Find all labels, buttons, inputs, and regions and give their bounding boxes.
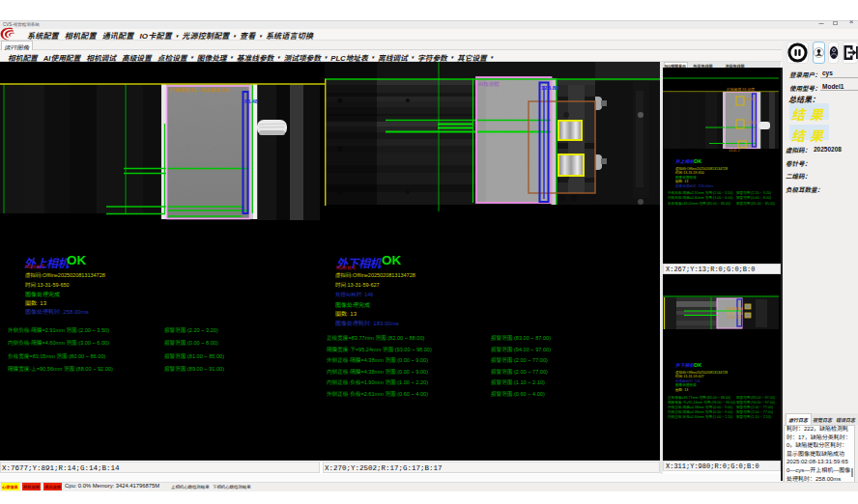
svg-text:报警范围:(1.10 ~ 2.10): 报警范围:(1.10 ~ 2.10)	[736, 414, 771, 419]
svg-text:虚拟码:Offline2025020813134728: 虚拟码:Offline2025020813134728	[675, 370, 728, 375]
svg-text:OK: OK	[694, 362, 701, 368]
svg-text:图像处理完成: 图像处理完成	[675, 175, 697, 180]
svg-text:时间:13-31-59-627: 时间:13-31-59-627	[675, 375, 704, 378]
svg-text:圈数: 13: 圈数: 13	[675, 387, 688, 392]
svg-text:123.80 8:4: 123.80 8:4	[727, 307, 743, 311]
svg-text:报警范围:(81.00 ~ 85.00): 报警范围:(81.00 ~ 85.00)	[736, 201, 775, 206]
svg-text:内侧正极-隔膜=4.38mm 范围:(0.00 ~ 9.00: 内侧正极-隔膜=4.38mm 范围:(0.00 ~ 9.00)	[668, 409, 733, 414]
svg-text:隔膜宽度-下=95.24mm 范围:(93.00 ~ 98.: 隔膜宽度-下=95.24mm 范围:(93.00 ~ 98.00)	[668, 400, 735, 405]
svg-text:报警范围:(2.20 ~ 3.20): 报警范围:(2.20 ~ 3.20)	[736, 190, 771, 195]
svg-text:图像处理完成: 图像处理完成	[675, 382, 697, 387]
svg-text:图像处理耗时: 258.00ms: 图像处理耗时: 258.00ms	[675, 183, 714, 188]
svg-text:OK: OK	[694, 158, 701, 164]
svg-text:灯亮阈值:93 动态: 灯亮阈值:93 动态	[727, 87, 755, 92]
svg-text:报警范围:(94.00 ~ 97.00): 报警范围:(94.00 ~ 97.00)	[736, 400, 775, 405]
svg-text:外上相机: 外上相机	[675, 158, 695, 164]
svg-text:内侧正极-负极=1.90mm 范围:(1.00 ~ 2.20: 内侧正极-负极=1.90mm 范围:(1.00 ~ 2.20)	[668, 414, 733, 419]
svg-text:报警范围:(2.00 ~ 77.00): 报警范围:(2.00 ~ 77.00)	[736, 405, 773, 409]
svg-text:处理AI耗时: 146: 处理AI耗时: 146	[675, 378, 701, 383]
svg-text:13.40 1: 13.40 1	[745, 121, 757, 125]
svg-text:正极宽度=83.77mm 范围:(82.00 ~ 88.00: 正极宽度=83.77mm 范围:(82.00 ~ 88.00)	[668, 395, 730, 400]
svg-text:报警范围:(0.00 ~ 8.00): 报警范围:(0.00 ~ 8.00)	[736, 195, 771, 200]
svg-text:N.48 0: N.48 0	[745, 98, 755, 101]
svg-text:负极宽度=83.05mm 范围:(80.00 ~ 86.00: 负极宽度=83.05mm 范围:(80.00 ~ 86.00)	[668, 201, 730, 206]
svg-text:虚拟码:Offline2025020813134728: 虚拟码:Offline2025020813134728	[675, 166, 728, 171]
svg-text:内侧负极-隔膜=4.60mm 范围:(3.00 ~ 6.00: 内侧负极-隔膜=4.60mm 范围:(3.00 ~ 6.00)	[668, 195, 733, 200]
svg-text:时间:13-31-59-650: 时间:13-31-59-650	[675, 171, 704, 175]
svg-text:外侧负极-隔膜=2.91mm 范围:(2.00 ~ 3.50: 外侧负极-隔膜=2.91mm 范围:(2.00 ~ 3.50)	[668, 190, 733, 195]
svg-text:外下相机: 外下相机	[675, 362, 695, 368]
svg-text:报警范围:(2.00 ~ 77.00): 报警范围:(2.00 ~ 77.00)	[736, 409, 773, 414]
svg-text:13.41 2: 13.41 2	[729, 149, 740, 153]
svg-text:圈数: 13: 圈数: 13	[675, 179, 688, 183]
svg-text:外侧正极-隔膜=4.38mm 范围:(0.00 ~ 9.00: 外侧正极-隔膜=4.38mm 范围:(0.00 ~ 9.00)	[668, 405, 733, 409]
svg-text:报警范围:(83.00 ~ 87.00): 报警范围:(83.00 ~ 87.00)	[736, 395, 775, 400]
svg-text:13.41 2.08: 13.41 2.08	[727, 316, 741, 320]
